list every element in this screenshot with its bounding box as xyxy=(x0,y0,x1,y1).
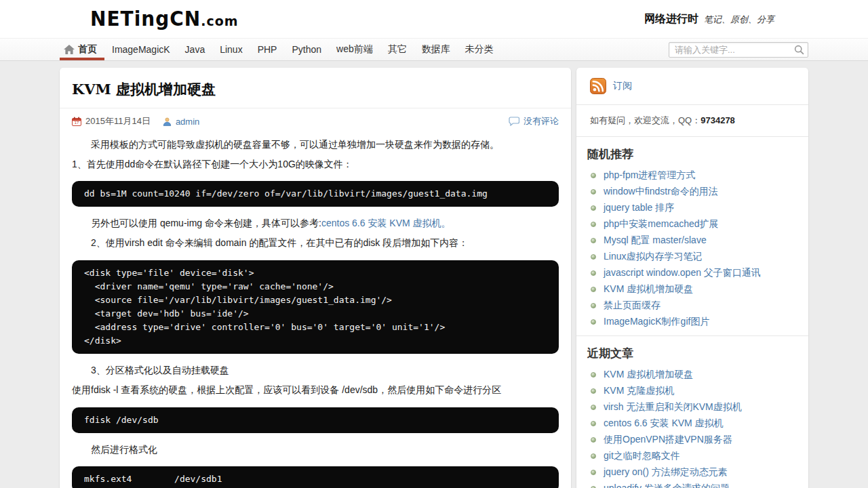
random-post-item: Linux虚拟内存学习笔记 xyxy=(587,249,797,265)
bullet-icon xyxy=(591,437,596,443)
sidebar-inner: 订阅 如有疑问，欢迎交流，QQ：9734278 随机推荐 php-fpm进程管理… xyxy=(576,68,808,488)
random-post-item: php中安装memcached扩展 xyxy=(587,216,797,232)
code-block: mkfs.ext4 /dev/sdb1 xyxy=(72,466,559,488)
sidebar: 订阅 如有疑问，欢迎交流，QQ：9734278 随机推荐 php-fpm进程管理… xyxy=(576,68,808,488)
bullet-icon xyxy=(591,319,596,325)
bullet-icon xyxy=(591,372,596,378)
recent-post-link[interactable]: jquery on() 方法绑定动态元素 xyxy=(604,466,728,479)
calendar-icon: 17 xyxy=(72,117,81,126)
random-post-item: window中findstr命令的用法 xyxy=(587,184,797,200)
bullet-icon xyxy=(591,287,596,292)
nav-item-imagemagick[interactable]: ImageMagicK xyxy=(104,39,178,60)
logo-text: NETingCN xyxy=(90,7,201,31)
nav-item-web[interactable]: web前端 xyxy=(329,39,380,60)
search-icon[interactable] xyxy=(794,45,804,55)
nav-item-label: 数据库 xyxy=(422,43,450,56)
bullet-icon xyxy=(591,238,596,243)
article-paragraph: 然后进行格式化 xyxy=(72,442,559,458)
recent-post-link[interactable]: centos 6.6 安装 KVM 虚拟机 xyxy=(604,418,724,430)
random-posts-title: 随机推荐 xyxy=(587,146,797,162)
recent-post-item: virsh 无法重启和关闭KVM虚拟机 xyxy=(587,399,797,415)
random-post-link[interactable]: php中安装memcached扩展 xyxy=(604,218,719,230)
recent-post-link[interactable]: git之临时忽略文件 xyxy=(604,450,680,462)
random-post-item: KVM 虚拟机增加硬盘 xyxy=(587,281,797,298)
recent-posts-title: 近期文章 xyxy=(587,346,797,361)
article-meta: 17 2015年11月14日 admin 没有评论 xyxy=(60,108,571,131)
nav-item-label: PHP xyxy=(258,44,277,55)
comments-link[interactable]: 没有评论 xyxy=(524,115,559,127)
search-input[interactable] xyxy=(669,42,808,58)
article-body: 采用模板的方式可能导致虚拟机的硬盘容量不够，可以通过单独增加一块硬盘来作为数据的… xyxy=(60,131,571,488)
nav-item-linux[interactable]: Linux xyxy=(212,39,250,60)
article-paragraph: 1、首先使用dd命令在默认路径下创建一个大小为10G的映像文件： xyxy=(72,157,559,172)
code-block: fdisk /dev/sdb xyxy=(72,407,559,433)
site-subtitle: 笔记、原创、分享 xyxy=(704,14,774,26)
random-post-item: ImageMagicK制作gif图片 xyxy=(587,314,797,330)
svg-text:17: 17 xyxy=(75,121,79,125)
recent-post-item: KVM 虚拟机增加硬盘 xyxy=(587,367,797,383)
random-post-link[interactable]: php-fpm进程管理方式 xyxy=(604,169,695,182)
site-name: 网络进行时 xyxy=(644,12,698,26)
recent-post-link[interactable]: uploadify 发送多余请求的问题 xyxy=(604,483,730,488)
article-paragraph: 另外也可以使用 qemu-img 命令来创建，具体可以参考:centos 6.6… xyxy=(72,216,559,231)
bullet-icon xyxy=(591,254,596,260)
nav-item-other[interactable]: 其它 xyxy=(380,39,414,60)
random-post-item: Mysql 配置 master/slave xyxy=(587,232,797,249)
random-post-link[interactable]: Linux虚拟内存学习笔记 xyxy=(604,251,702,263)
recent-post-item: uploadify 发送多余请求的问题 xyxy=(587,481,797,488)
article-inline-link[interactable]: centos 6.6 安装 KVM 虚拟机。 xyxy=(321,218,451,228)
bullet-icon xyxy=(591,421,596,426)
bullet-icon xyxy=(591,303,596,308)
article-date: 2015年11月14日 xyxy=(85,115,151,127)
bullet-icon xyxy=(591,470,596,475)
recent-post-link[interactable]: KVM 克隆虚拟机 xyxy=(604,385,674,397)
nav-item-label: Python xyxy=(292,44,321,55)
author-link[interactable]: admin xyxy=(176,117,199,127)
recent-post-link[interactable]: virsh 无法重启和关闭KVM虚拟机 xyxy=(604,401,742,413)
nav-list: 首页ImageMagicKJavaLinuxPHPPythonweb前端其它数据… xyxy=(60,39,501,60)
random-post-link[interactable]: javascript window.open 父子窗口通讯 xyxy=(604,267,761,279)
comments-meta: 没有评论 xyxy=(509,115,559,127)
nav-item-python[interactable]: Python xyxy=(284,39,329,60)
subscribe-link[interactable]: 订阅 xyxy=(613,80,632,92)
site-logo[interactable]: NETingCN.com xyxy=(90,7,239,31)
qq-number: 9734278 xyxy=(701,115,735,125)
random-post-item: javascript window.open 父子窗口通讯 xyxy=(587,265,797,281)
random-post-item: 禁止页面缓存 xyxy=(587,298,797,314)
nav-item-uncategorized[interactable]: 未分类 xyxy=(458,39,501,60)
nav-item-java[interactable]: Java xyxy=(178,39,213,60)
main-nav: 首页ImageMagicKJavaLinuxPHPPythonweb前端其它数据… xyxy=(0,38,868,61)
nav-item-php[interactable]: PHP xyxy=(250,39,285,60)
nav-item-database[interactable]: 数据库 xyxy=(414,39,458,60)
code-block: dd bs=1M count=10240 if=/dev/zero of=/va… xyxy=(72,181,559,207)
article-card: KVM 虚拟机增加硬盘 17 2015年11月14日 admin 没有评论 采用… xyxy=(60,68,571,488)
recent-post-link[interactable]: KVM 虚拟机增加硬盘 xyxy=(604,369,693,381)
qq-contact: 如有疑问，欢迎交流，QQ：9734278 xyxy=(587,105,797,136)
random-post-link[interactable]: 禁止页面缓存 xyxy=(604,300,660,312)
home-icon xyxy=(64,45,75,54)
recent-post-link[interactable]: 使用OpenVPN搭建VPN服务器 xyxy=(604,434,732,446)
bullet-icon xyxy=(591,405,596,410)
random-post-link[interactable]: jquery table 排序 xyxy=(604,202,674,214)
random-post-link[interactable]: ImageMagicK制作gif图片 xyxy=(604,316,709,328)
random-post-link[interactable]: Mysql 配置 master/slave xyxy=(604,235,707,247)
recent-posts-widget: 近期文章 KVM 虚拟机增加硬盘KVM 克隆虚拟机virsh 无法重启和关闭KV… xyxy=(587,336,797,488)
article-paragraph: 2、使用virsh edit 命令来编辑 domain 的配置文件，在其中已有的… xyxy=(72,235,559,251)
nav-item-label: 未分类 xyxy=(465,43,494,56)
random-post-link[interactable]: window中findstr命令的用法 xyxy=(604,186,718,198)
comment-icon xyxy=(509,117,519,126)
recent-post-item: git之临时忽略文件 xyxy=(587,448,797,464)
recent-post-item: centos 6.6 安装 KVM 虚拟机 xyxy=(587,415,797,432)
main-content: KVM 虚拟机增加硬盘 17 2015年11月14日 admin 没有评论 采用… xyxy=(0,61,868,488)
nav-item-label: 首页 xyxy=(78,43,97,56)
recent-post-item: 使用OpenVPN搭建VPN服务器 xyxy=(587,432,797,448)
article-paragraph: 使用fdisk -l 查看系统的硬盘，根据上次配置，应该可以看到设备 /dev/… xyxy=(72,382,559,398)
recent-post-item: jquery on() 方法绑定动态元素 xyxy=(587,464,797,481)
user-icon xyxy=(163,117,172,126)
nav-item-label: Java xyxy=(185,44,205,55)
bullet-icon xyxy=(591,205,596,211)
rss-icon[interactable] xyxy=(590,78,606,94)
random-post-link[interactable]: KVM 虚拟机增加硬盘 xyxy=(604,283,693,296)
nav-item-home[interactable]: 首页 xyxy=(60,39,104,60)
site-header: NETingCN.com 网络进行时 笔记、原创、分享 xyxy=(0,0,868,38)
